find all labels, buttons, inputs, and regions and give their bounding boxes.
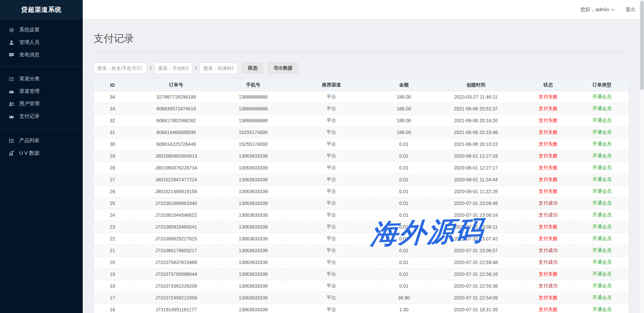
sidebar-item-payment-records[interactable]: 支付记录 (0, 110, 83, 123)
cell-id: 28 (94, 162, 131, 174)
table-row: 24J73108104454662213063633339平台0.012020-… (94, 209, 629, 221)
cell-created: 2020-07-31 23:08:11 (430, 221, 521, 233)
sidebar-item-product-list[interactable]: 产品列表 (0, 134, 83, 147)
list-icon (9, 76, 15, 82)
cell-amount: 0.01 (378, 198, 431, 209)
col-header-channel: 推荐渠道 (285, 79, 378, 91)
crown-icon (9, 114, 15, 119)
cell-created: 2020-07-31 23:07:42 (430, 233, 521, 245)
th-list-icon (9, 138, 15, 144)
sidebar-group-3: 产品列表 U V 数据 (0, 128, 83, 165)
table-row: 3260681780256628213888888888平台188.002021… (94, 115, 629, 127)
table-row: 23J73108091846504113063633339平台0.012020-… (94, 221, 629, 233)
cell-amount: 39.90 (378, 292, 431, 304)
sidebar-item-label: 发布消息 (19, 52, 40, 58)
col-header-order-type: 订单类型 (575, 79, 629, 91)
cell-created: 2020-07-31 23:09:46 (430, 198, 521, 209)
scrollbar-thumb[interactable] (640, 1, 644, 90)
sidebar-item-label: U V 数据 (19, 150, 39, 156)
cell-status: 支付失败 (521, 292, 575, 304)
cell-amount: 1.00 (378, 304, 431, 313)
sidebar-item-admin-staff[interactable]: 管理人员 (0, 36, 83, 49)
payment-records-table: ID 订单号 手机号 推荐渠道 金额 创建时间 状态 订单类型 34327887… (94, 79, 629, 313)
cell-status: 支付失败 (521, 115, 575, 127)
title-divider (94, 52, 629, 53)
user-menu[interactable]: 您好，admin (580, 6, 615, 13)
sidebar-item-user-manage[interactable]: 用户管理 (0, 98, 83, 110)
sidebar-item-label: 管理人员 (19, 39, 40, 46)
table-header: ID 订单号 手机号 推荐渠道 金额 创建时间 状态 订单类型 (94, 79, 629, 91)
cell-phone: 13888888888 (221, 115, 285, 127)
sidebar-item-uv-data[interactable]: U V 数据 (0, 147, 83, 159)
cell-status: 支付失败 (521, 304, 575, 313)
cell-order_no: J731080918465041 (131, 221, 221, 233)
cell-status: 支付失败 (521, 186, 575, 198)
filter-button[interactable]: 筛选 (242, 62, 263, 74)
separator-slash: / (195, 66, 197, 71)
cell-order_type: 开通会员 (575, 174, 629, 186)
cell-order_type: 开通会员 (575, 209, 629, 221)
table-body: 3432788771629618913888888888平台188.002023… (94, 91, 629, 313)
cell-id: 29 (94, 150, 131, 162)
start-time-input[interactable] (154, 62, 192, 74)
sidebar-item-publish-message[interactable]: 发布消息 (0, 49, 83, 61)
cell-created: 2020-08-01 11:22:28 (430, 186, 521, 198)
cell-order_type: 开通会员 (575, 91, 629, 103)
cell-amount: 0.01 (378, 150, 431, 162)
cell-channel: 平台 (285, 280, 378, 292)
table-row: 3360683957247461813888888888平台188.002021… (94, 103, 629, 115)
col-header-order-no: 订单号 (131, 79, 221, 91)
cell-created: 2020-07-31 22:56:16 (430, 268, 521, 280)
table-row: 26J80152148561915613063633339平台0.012020-… (94, 186, 629, 198)
cell-order_no: J731080629227625 (131, 233, 221, 245)
cell-amount: 0.01 (378, 221, 431, 233)
cell-phone: 13063633339 (221, 221, 285, 233)
cell-order_type: 开通会员 (575, 292, 629, 304)
cell-channel: 平台 (285, 91, 378, 103)
sidebar-item-channel-category[interactable]: 渠道分类 (0, 73, 83, 85)
cell-order_no: 606839572474618 (131, 103, 221, 115)
vertical-scrollbar[interactable] (640, 0, 644, 313)
cell-order_no: J801521485619156 (131, 186, 221, 198)
cell-channel: 平台 (285, 304, 378, 313)
col-header-status: 状态 (521, 79, 575, 91)
cell-created: 2020-07-31 23:08:24 (430, 209, 521, 221)
cell-id: 34 (94, 91, 131, 103)
cell-created: 2021-06-06 20:10:46 (430, 127, 521, 138)
cell-created: 2020-07-31 22:59:48 (430, 257, 521, 268)
cell-phone: 13063633339 (221, 162, 285, 174)
cell-created: 2020-07-31 22:54:09 (430, 292, 521, 304)
filter-toolbar: / / 筛选 导出数据 (94, 62, 629, 74)
search-keyword-input[interactable] (94, 62, 147, 74)
cell-order_type: 开通会员 (575, 198, 629, 209)
cell-phone: 13063633339 (221, 245, 285, 257)
cell-amount: 0.01 (378, 186, 431, 198)
cell-id: 30 (94, 138, 131, 150)
cell-channel: 平台 (285, 150, 378, 162)
sidebar-item-channel-manage[interactable]: 渠道管理 (0, 85, 83, 98)
cell-channel: 平台 (285, 245, 378, 257)
cell-id: 20 (94, 257, 131, 268)
cell-order_no: J731081868863340 (131, 198, 221, 209)
cell-order_no: J731073362226208 (131, 280, 221, 292)
cell-channel: 平台 (285, 292, 378, 304)
end-time-input[interactable] (200, 62, 237, 74)
cell-status: 支付失败 (521, 150, 575, 162)
cell-amount: 0.01 (378, 245, 431, 257)
cell-amount: 0.01 (378, 257, 431, 268)
cell-amount: 0.01 (378, 268, 431, 280)
table-row: 3060681422572644915255174000平台0.012021-0… (94, 138, 629, 150)
export-data-button[interactable]: 导出数据 (268, 62, 298, 74)
cell-order_type: 开通会员 (575, 245, 629, 257)
sidebar-item-system-settings[interactable]: 系统设置 (0, 24, 83, 36)
logout-link[interactable]: 退出 (625, 6, 636, 13)
cell-id: 17 (94, 292, 131, 304)
cell-status: 支付成功 (521, 257, 575, 268)
cell-order_type: 开通会员 (575, 304, 629, 313)
chart-icon (9, 151, 15, 156)
cell-amount: 0.01 (378, 162, 431, 174)
cell-channel: 平台 (285, 233, 378, 245)
table-row: 3432788771629618913888888888平台188.002023… (94, 91, 629, 103)
cell-order_type: 开通会员 (575, 103, 629, 115)
cell-order_no: 606814225726449 (131, 138, 221, 150)
